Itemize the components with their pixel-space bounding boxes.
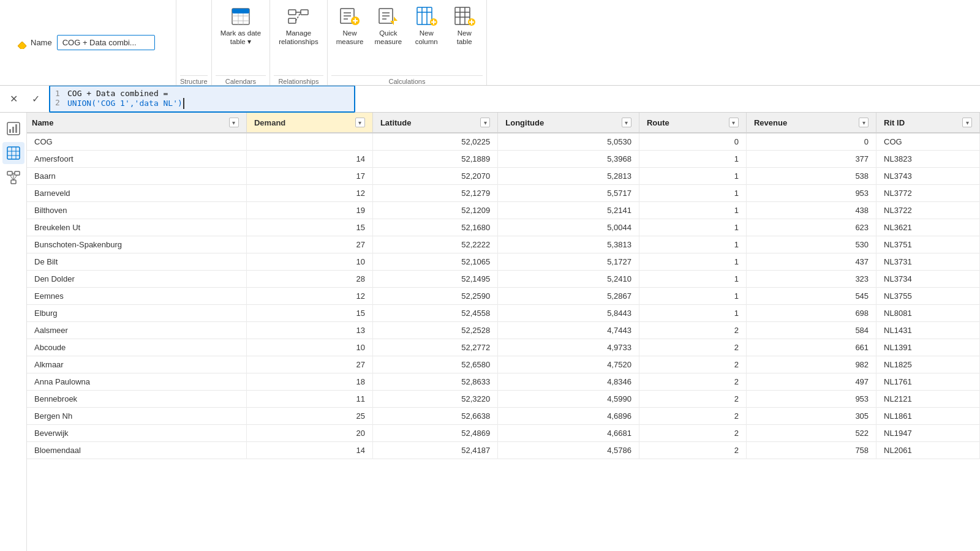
- table-row: COG52,02255,053000COG: [27, 133, 980, 151]
- cell-revenue: 323: [746, 271, 876, 288]
- cell-route: 1: [639, 305, 746, 322]
- cell-rit-id: NL1947: [876, 425, 980, 442]
- svg-rect-48: [7, 171, 12, 175]
- formula-confirm-button[interactable]: ✓: [27, 91, 44, 108]
- cell-demand: [246, 133, 372, 151]
- name-icon: [15, 37, 27, 49]
- cell-longitude: 4,6896: [498, 408, 639, 425]
- col-header-name: Name ▾: [27, 113, 246, 133]
- cell-revenue: 623: [746, 219, 876, 236]
- calculations-group: Newmeasure Quickmeasure: [328, 0, 488, 85]
- sidebar: [0, 113, 27, 551]
- cell-route: 2: [639, 339, 746, 356]
- cell-route: 1: [639, 202, 746, 219]
- cell-rit-id: NL3751: [876, 236, 980, 253]
- table-row: Anna Paulowna1852,86334,83462497NL1761: [27, 373, 980, 391]
- cell-demand: 12: [246, 288, 372, 305]
- quick-measure-button[interactable]: Quickmeasure: [369, 2, 407, 49]
- cell-longitude: 4,9733: [498, 339, 639, 356]
- svg-rect-31: [455, 7, 470, 24]
- cell-name: Beverwijk: [27, 425, 246, 442]
- quick-measure-icon: [377, 5, 399, 27]
- cell-latitude: 52,0225: [372, 133, 497, 151]
- new-table-icon: [453, 5, 475, 27]
- cell-name: Eemnes: [27, 288, 246, 305]
- cell-name: De Bilt: [27, 253, 246, 271]
- filter-revenue-button[interactable]: ▾: [859, 118, 869, 127]
- cell-longitude: 4,8346: [498, 373, 639, 391]
- cell-latitude: 52,2222: [372, 236, 497, 253]
- sidebar-icon-report[interactable]: [2, 118, 24, 140]
- new-measure-button[interactable]: Newmeasure: [331, 2, 369, 49]
- cell-route: 2: [639, 373, 746, 391]
- manage-relationships-button[interactable]: Managerelationships: [274, 2, 323, 49]
- svg-marker-23: [390, 17, 398, 25]
- cell-revenue: 982: [746, 356, 876, 373]
- new-column-button[interactable]: Newcolumn: [408, 2, 445, 49]
- name-text: Name: [31, 38, 52, 47]
- mark-as-date-table-button[interactable]: Mark as datetable ▾: [216, 2, 266, 49]
- cell-revenue: 377: [746, 151, 876, 168]
- col-header-rit-id: Rit ID ▾: [876, 113, 980, 133]
- cell-longitude: 5,8443: [498, 305, 639, 322]
- new-table-button[interactable]: Newtable: [446, 2, 483, 49]
- cell-route: 1: [639, 288, 746, 305]
- sidebar-icon-model[interactable]: [2, 167, 24, 189]
- svg-rect-41: [12, 127, 14, 133]
- table-row: Bloemendaal1452,41874,57862758NL2061: [27, 442, 980, 459]
- filter-name-button[interactable]: ▾: [229, 118, 239, 127]
- filter-route-button[interactable]: ▾: [729, 118, 739, 127]
- filter-longitude-button[interactable]: ▾: [622, 118, 631, 127]
- cell-demand: 27: [246, 356, 372, 373]
- cell-route: 2: [639, 322, 746, 339]
- table-header-row: Name ▾ Demand ▾ Latitude ▾: [27, 113, 980, 133]
- col-header-route: Route ▾: [639, 113, 746, 133]
- filter-latitude-button[interactable]: ▾: [480, 118, 490, 127]
- name-label: Name: [15, 37, 52, 49]
- name-input[interactable]: [57, 35, 155, 50]
- cell-demand: 14: [246, 151, 372, 168]
- table-row: Beverwijk2052,48694,66812522NL1947: [27, 425, 980, 442]
- cell-latitude: 52,4187: [372, 442, 497, 459]
- new-column-icon: [415, 5, 437, 27]
- cell-longitude: 5,1727: [498, 253, 639, 271]
- col-header-demand: Demand ▾: [246, 113, 372, 133]
- svg-line-53: [10, 175, 13, 180]
- cell-route: 1: [639, 168, 746, 185]
- cell-route: 1: [639, 151, 746, 168]
- filter-rit-id-button[interactable]: ▾: [962, 118, 972, 127]
- formula-bar: ✕ ✓ 1 COG + Data combined = 2 UNION('COG…: [0, 86, 980, 113]
- cell-demand: 10: [246, 339, 372, 356]
- new-measure-label: Newmeasure: [336, 29, 364, 47]
- cell-demand: 12: [246, 185, 372, 202]
- table-row: Baarn1752,20705,28131538NL3743: [27, 168, 980, 185]
- cell-rit-id: NL3734: [876, 271, 980, 288]
- cell-rit-id: NL1761: [876, 373, 980, 391]
- cell-name: Baarn: [27, 168, 246, 185]
- table-row: Aalsmeer1352,25284,74432584NL1431: [27, 322, 980, 339]
- cell-revenue: 538: [746, 168, 876, 185]
- formula-editor[interactable]: 1 COG + Data combined = 2 UNION('COG 1',…: [49, 85, 355, 113]
- cell-longitude: 5,2141: [498, 202, 639, 219]
- table-row: Bilthoven1952,12095,21411438NL3722: [27, 202, 980, 219]
- cell-rit-id: NL8081: [876, 305, 980, 322]
- sidebar-icon-data[interactable]: [2, 142, 24, 164]
- cell-revenue: 530: [746, 236, 876, 253]
- mark-as-date-table-icon: [230, 5, 252, 27]
- cell-longitude: 5,2867: [498, 288, 639, 305]
- cell-rit-id: NL3823: [876, 151, 980, 168]
- cell-route: 1: [639, 253, 746, 271]
- calculations-label: Calculations: [331, 75, 483, 85]
- formula-cancel-button[interactable]: ✕: [5, 91, 22, 108]
- table-row: Bunschoten-Spakenburg2752,22225,38131530…: [27, 236, 980, 253]
- table-row: Eemnes1252,25905,28671545NL3755: [27, 288, 980, 305]
- table-row: Bergen Nh2552,66384,68962305NL1861: [27, 408, 980, 425]
- svg-line-11: [296, 12, 301, 21]
- cell-longitude: 5,3968: [498, 151, 639, 168]
- cell-longitude: 5,5717: [498, 185, 639, 202]
- filter-demand-button[interactable]: ▾: [355, 118, 365, 127]
- table-row: Abcoude1052,27724,97332661NL1391: [27, 339, 980, 356]
- formula-line-num-2: 2: [55, 98, 62, 109]
- cell-rit-id: NL3731: [876, 253, 980, 271]
- structure-group: Structure: [176, 0, 212, 85]
